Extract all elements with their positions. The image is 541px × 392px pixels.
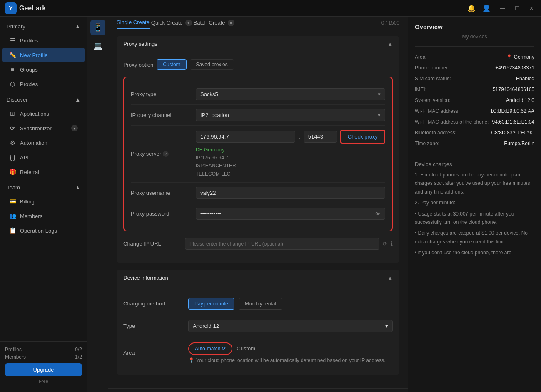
device-charges-notes: 1. For cloud phones on the pay-per-minut…	[415, 171, 534, 257]
primary-label: Primary	[7, 23, 25, 30]
close-button[interactable]: ✕	[527, 5, 536, 12]
tab-quick-create[interactable]: Quick Create ●	[151, 17, 192, 29]
note2b: • Daily charges are capped at $1.00 per …	[415, 229, 534, 246]
sidebar-item-profiles[interactable]: ☰ Profiles	[2, 33, 85, 47]
refresh-icon[interactable]: ⟳	[383, 241, 387, 247]
layout: Primary ▲ ☰ Profiles ✏️ New Profile ≡ Gr…	[0, 17, 541, 392]
notification-icon[interactable]: 🔔	[467, 4, 476, 12]
maximize-button[interactable]: ☐	[512, 5, 522, 12]
area-custom-button[interactable]: Custom	[237, 345, 255, 352]
user-icon[interactable]: 👤	[482, 4, 491, 12]
logo-letter: Y	[9, 5, 12, 12]
proxy-type-label: Proxy type	[131, 91, 189, 97]
upgrade-button[interactable]: Upgrade	[5, 363, 82, 376]
right-panel: Overview My devices Area 📍 Germany Phone…	[408, 17, 541, 392]
proxy-server-ip-input[interactable]	[196, 131, 295, 143]
device-info-collapse-icon[interactable]: ▲	[387, 275, 393, 281]
refresh-small-icon: ⟳	[222, 346, 226, 351]
note2c: • If you don't use the cloud phone, ther…	[415, 248, 534, 257]
device-charges-title: Device charges	[415, 161, 534, 167]
tablet-device-tab[interactable]: 💻	[90, 38, 105, 53]
imei-val: 517946464806165	[493, 87, 534, 92]
referral-label: Referral	[20, 169, 39, 175]
proxy-result-country: DE:Germany	[196, 146, 385, 154]
sidebar-item-referral[interactable]: 🎁 Referral	[2, 165, 85, 179]
phone-info-row: Phone number: +4915234808371	[415, 62, 534, 73]
imei-key: IMEI:	[415, 87, 426, 92]
pay-per-minute-button[interactable]: Pay per minute	[188, 298, 234, 310]
billing-icon: 💳	[9, 198, 16, 205]
port-separator: :	[299, 134, 300, 140]
proxy-settings-title: Proxy settings	[123, 41, 157, 47]
sidebar-item-billing[interactable]: 💳 Billing	[2, 194, 85, 208]
main-content: Single Create Quick Create ● Batch Creat…	[108, 17, 408, 392]
timezone-key: Time zone:	[415, 141, 439, 146]
type-select[interactable]: Android 12 ▾	[188, 320, 393, 332]
chevron-down-icon-2: ▾	[378, 112, 381, 118]
sim-info-row: SIM card status: Enabled	[415, 73, 534, 84]
sidebar-item-members[interactable]: 👥 Members	[2, 209, 85, 223]
team-section-header[interactable]: Team ▲	[0, 181, 87, 194]
device-info-section: Device information ▲ Charging method Pay…	[117, 270, 399, 375]
proxy-password-input[interactable]	[200, 211, 375, 217]
proxy-server-help-icon[interactable]: ?	[163, 151, 169, 157]
sysver-val: Android 12.0	[506, 97, 534, 103]
mobile-device-tab[interactable]: 📱	[90, 20, 105, 35]
location-pin-icon: 📍	[506, 54, 512, 60]
change-ip-input[interactable]	[185, 238, 379, 250]
sim-val: Enabled	[516, 76, 534, 82]
proxy-type-select[interactable]: Socks5 ▾	[196, 88, 385, 100]
sidebar-item-operation-logs[interactable]: 📋 Operation Logs	[2, 223, 85, 238]
tab-single-create[interactable]: Single Create	[117, 17, 150, 29]
sidebar-item-api[interactable]: { } API	[2, 150, 85, 164]
discover-section-header[interactable]: Discover ▲	[0, 93, 87, 106]
show-password-icon[interactable]: 👁	[375, 211, 381, 217]
ip-query-select[interactable]: IP2Location ▾	[196, 109, 385, 121]
proxy-password-label: Proxy password	[131, 211, 189, 217]
device-info-header: Device information ▲	[117, 270, 399, 286]
chevron-up-icon-discover: ▲	[75, 97, 80, 103]
sidebar-item-applications[interactable]: ⊞ Applications	[2, 107, 85, 121]
plan-text: Free	[5, 379, 82, 384]
sidebar-item-groups[interactable]: ≡ Groups	[2, 62, 85, 77]
batch-create-label: Batch Create	[194, 20, 225, 26]
wifi-info-row: Wi-Fi MAC address: 1C:BD:B9:80:62:AA	[415, 106, 534, 117]
info-icon[interactable]: ℹ	[391, 241, 393, 247]
sidebar-item-synchronizer[interactable]: ⟳ Synchronizer ●	[2, 121, 85, 135]
operation-logs-label: Operation Logs	[20, 228, 57, 234]
proxy-option-label: Proxy option	[123, 62, 153, 68]
sysver-info-row: System version: Android 12.0	[415, 95, 534, 106]
sidebar-item-automation[interactable]: ⚙ Automation	[2, 136, 85, 150]
sidebar: Primary ▲ ☰ Profiles ✏️ New Profile ≡ Gr…	[0, 17, 87, 392]
new-profile-label: New Profile	[20, 52, 47, 58]
wifi-phone-val: 94:63:D1:6E:B1:04	[492, 119, 534, 125]
auto-match-button[interactable]: Auto-match ⟳	[188, 342, 232, 355]
monthly-rental-button[interactable]: Monthly rental	[239, 298, 282, 310]
charging-label: Charging method	[123, 300, 182, 307]
area-key: Area	[415, 54, 425, 60]
proxy-username-input[interactable]	[200, 190, 381, 196]
proxy-server-label: Proxy server ?	[131, 151, 189, 157]
primary-section-header[interactable]: Primary ▲	[0, 20, 87, 33]
groups-label: Groups	[20, 67, 38, 73]
proxy-port-input[interactable]	[304, 131, 337, 143]
sidebar-item-new-profile[interactable]: ✏️ New Profile	[2, 48, 85, 62]
window-controls: — ☐ ✕	[497, 5, 536, 12]
custom-option-button[interactable]: Custom	[157, 59, 186, 70]
check-proxy-button[interactable]: Check proxy	[340, 130, 385, 144]
new-profile-icon: ✏️	[9, 52, 16, 58]
sync-badge: ●	[71, 125, 78, 131]
type-label: Type	[123, 323, 182, 329]
titlebar: Y GeeLark 🔔 👤 — ☐ ✕	[0, 0, 541, 17]
proxy-result: DE:Germany IP:176.96.94.7 ISP:EANCENTER …	[196, 146, 385, 178]
tab-batch-create[interactable]: Batch Create ●	[194, 17, 234, 29]
saved-proxies-option-button[interactable]: Saved proxies	[190, 59, 234, 70]
minimize-button[interactable]: —	[497, 5, 507, 12]
wifi-val: 1C:BD:B9:80:62:AA	[490, 108, 534, 114]
note2: 2. Pay per minute:	[415, 198, 534, 207]
area-row: Area Auto-match ⟳ Custom 📍	[123, 337, 393, 368]
billing-label: Billing	[20, 198, 35, 205]
quick-create-label: Quick Create	[151, 20, 183, 26]
collapse-icon[interactable]: ▲	[387, 41, 393, 47]
sidebar-item-proxies[interactable]: ⬡ Proxies	[2, 77, 85, 91]
